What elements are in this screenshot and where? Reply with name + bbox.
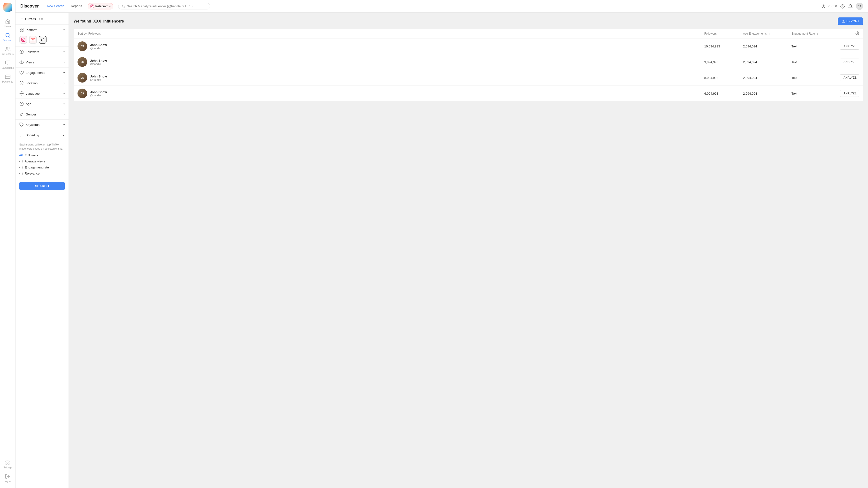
sidebar-item-payments[interactable]: Payments <box>0 72 15 86</box>
sorted-by-description: Each sorting will return top TikTok infl… <box>20 142 65 151</box>
platform-youtube-btn[interactable] <box>29 36 37 43</box>
tab-new-search[interactable]: New Search <box>46 0 65 12</box>
sort-radio-relevance[interactable] <box>20 172 23 175</box>
filter-gender-header[interactable]: Gender ▾ <box>16 109 68 119</box>
gender-icon <box>20 112 24 117</box>
sidebar-item-home[interactable]: Home <box>0 17 15 30</box>
sort-option-relevance[interactable]: Relevance <box>20 172 65 175</box>
table-header: Sort by: Followers Followers Avg Engagem… <box>73 29 863 38</box>
table-settings-icon[interactable] <box>856 31 859 36</box>
influencer-cell: JS John Snow @handle <box>78 73 704 83</box>
topnav-right: 30/50 JS <box>822 3 863 10</box>
filters-header: Filters ••• <box>16 12 68 25</box>
svg-point-5 <box>7 462 8 463</box>
sort-option-engagement-rate[interactable]: Engagement rate <box>20 166 65 169</box>
clock-icon <box>20 102 24 106</box>
filter-location-label: Location <box>26 82 37 85</box>
globe-icon <box>20 91 24 96</box>
filter-section-platform: Platform ▾ <box>16 25 68 47</box>
filter-keywords-header[interactable]: Keywords ▾ <box>16 120 68 130</box>
filter-engagements-header[interactable]: Engagements ▾ <box>16 68 68 78</box>
avatar: JS <box>78 41 87 51</box>
user-avatar[interactable]: JS <box>856 3 863 10</box>
followers-value: 8,094,993 <box>704 76 743 79</box>
engagement-rate-value: Text <box>792 92 840 95</box>
location-chevron-icon: ▾ <box>63 82 65 85</box>
search-button[interactable]: SEARCH <box>20 182 65 190</box>
filter-platform-header[interactable]: Platform ▾ <box>16 25 68 35</box>
svg-point-0 <box>6 33 9 37</box>
views-chevron-icon: ▾ <box>63 61 65 64</box>
sort-option-average-views[interactable]: Average views <box>20 160 65 163</box>
filter-sorted-by-label: Sorted by <box>26 133 39 137</box>
sidebar-item-influencers[interactable]: Influencers <box>0 44 15 58</box>
engagement-rate-value: Text <box>792 44 840 48</box>
filter-section-location: Location ▾ <box>16 78 68 88</box>
filter-sorted-by-header[interactable]: Sorted by ▴ <box>16 130 68 140</box>
influencer-cell: JS John Snow @handle <box>78 41 704 51</box>
svg-point-31 <box>21 82 22 83</box>
export-button[interactable]: EXPORT <box>838 18 863 25</box>
results-area: We found XXX influencers EXPORT Sort by:… <box>69 12 868 488</box>
sidebar: Home Discover Influencers Campaigns Paym… <box>0 0 16 488</box>
svg-point-12 <box>842 6 843 7</box>
column-followers[interactable]: Followers <box>704 32 743 35</box>
avg-engagements-value: 2,094,094 <box>743 76 792 79</box>
column-engagement-rate[interactable]: Engagement Rate <box>792 32 840 35</box>
platform-icons-row <box>16 35 68 46</box>
followers-value: 9,094,993 <box>704 60 743 64</box>
followers-chevron-icon: ▾ <box>63 51 65 53</box>
sidebar-item-settings[interactable]: Settings <box>3 457 12 471</box>
sort-radio-followers[interactable] <box>20 154 23 157</box>
svg-rect-3 <box>5 75 10 79</box>
tab-reports[interactable]: Reports <box>70 0 83 12</box>
filter-age-header[interactable]: Age ▾ <box>16 99 68 109</box>
avg-engagements-value: 2,094,094 <box>743 92 792 95</box>
filter-engagements-label: Engagements <box>26 71 45 74</box>
table-row: JS John Snow @handle 9,094,993 2,094,094… <box>73 54 863 70</box>
filter-views-header[interactable]: Views ▾ <box>16 57 68 67</box>
svg-point-35 <box>20 114 22 116</box>
influencer-name: John Snow <box>90 43 107 47</box>
search-input[interactable] <box>127 4 207 8</box>
influencer-name: John Snow <box>90 59 107 62</box>
svg-rect-7 <box>91 5 94 8</box>
search-bar[interactable] <box>118 3 210 9</box>
settings-icon[interactable] <box>840 4 845 8</box>
analyze-button[interactable]: ANALYZE <box>840 59 859 65</box>
filter-section-engagements: Engagements ▾ <box>16 68 68 78</box>
filter-section-age: Age ▾ <box>16 99 68 109</box>
main-area: Discover New Search Reports Instagram ▾ … <box>16 0 868 488</box>
engagement-rate-value: Text <box>792 60 840 64</box>
notifications-icon[interactable] <box>848 4 852 8</box>
filter-section-followers: Followers ▾ <box>16 47 68 57</box>
plus-circle-icon <box>20 50 24 54</box>
analyze-button[interactable]: ANALYZE <box>840 90 859 97</box>
sidebar-item-campaigns[interactable]: Campaigns <box>0 58 15 72</box>
analyze-button[interactable]: ANALYZE <box>840 43 859 50</box>
platform-instagram-btn[interactable] <box>20 36 27 43</box>
sort-by-followers-label[interactable]: Sort by: Followers <box>78 32 704 35</box>
svg-point-10 <box>122 5 124 7</box>
sort-radio-engagement-rate[interactable] <box>20 166 23 169</box>
sort-option-followers[interactable]: Followers <box>20 154 65 157</box>
platform-tiktok-btn[interactable] <box>39 36 46 43</box>
filter-followers-header[interactable]: Followers ▾ <box>16 47 68 57</box>
sidebar-item-logout[interactable]: Logout <box>3 471 12 485</box>
eye-icon <box>20 60 24 64</box>
svg-rect-19 <box>20 28 21 29</box>
filter-location-header[interactable]: Location ▾ <box>16 78 68 88</box>
analyze-button[interactable]: ANALYZE <box>840 74 859 81</box>
column-avg-engagements[interactable]: Avg Engagements <box>743 32 792 35</box>
sidebar-item-discover[interactable]: Discover <box>0 30 15 44</box>
results-header: We found XXX influencers EXPORT <box>73 18 863 25</box>
followers-value: 6,094,993 <box>704 92 743 95</box>
filter-section-keywords: Keywords ▾ <box>16 120 68 130</box>
avatar: JS <box>78 57 87 67</box>
sort-radio-average-views[interactable] <box>20 160 23 163</box>
platform-selector[interactable]: Instagram ▾ <box>88 3 113 9</box>
sorted-by-content: Each sorting will return top TikTok infl… <box>16 140 68 178</box>
filter-platform-label: Platform <box>26 28 37 32</box>
filter-language-header[interactable]: Language ▾ <box>16 88 68 99</box>
results-table: Sort by: Followers Followers Avg Engagem… <box>73 29 863 101</box>
